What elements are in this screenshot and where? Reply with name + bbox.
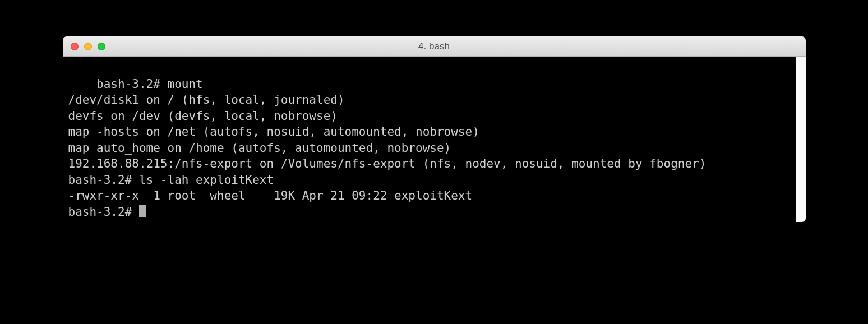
terminal-line: bash-3.2# ls -lah exploitKext <box>68 173 274 187</box>
window-title: 4. bash <box>63 41 806 52</box>
scrollbar[interactable] <box>796 57 806 222</box>
zoom-icon[interactable] <box>98 43 105 50</box>
minimize-icon[interactable] <box>84 43 92 50</box>
close-icon[interactable] <box>71 43 79 50</box>
terminal-line: 192.168.88.215:/nfs-export on /Volumes/n… <box>68 157 707 170</box>
traffic-lights <box>63 43 105 50</box>
titlebar[interactable]: 4. bash <box>63 36 806 57</box>
terminal-body[interactable]: bash-3.2# mount /dev/disk1 on / (hfs, lo… <box>63 57 806 222</box>
terminal-prompt: bash-3.2# <box>68 205 139 219</box>
terminal-window: 4. bash bash-3.2# mount /dev/disk1 on / … <box>63 36 806 222</box>
terminal-line: map -hosts on /net (autofs, nosuid, auto… <box>68 125 479 138</box>
terminal-line: /dev/disk1 on / (hfs, local, journaled) <box>68 93 345 107</box>
terminal-line: -rwxr-xr-x 1 root wheel 19K Apr 21 09:22… <box>68 189 473 202</box>
terminal-line: bash-3.2# mount <box>96 77 203 91</box>
terminal-line: devfs on /dev (devfs, local, nobrowse) <box>68 109 338 123</box>
cursor-icon <box>139 205 146 217</box>
terminal-line: map auto_home on /home (autofs, automoun… <box>68 141 451 155</box>
